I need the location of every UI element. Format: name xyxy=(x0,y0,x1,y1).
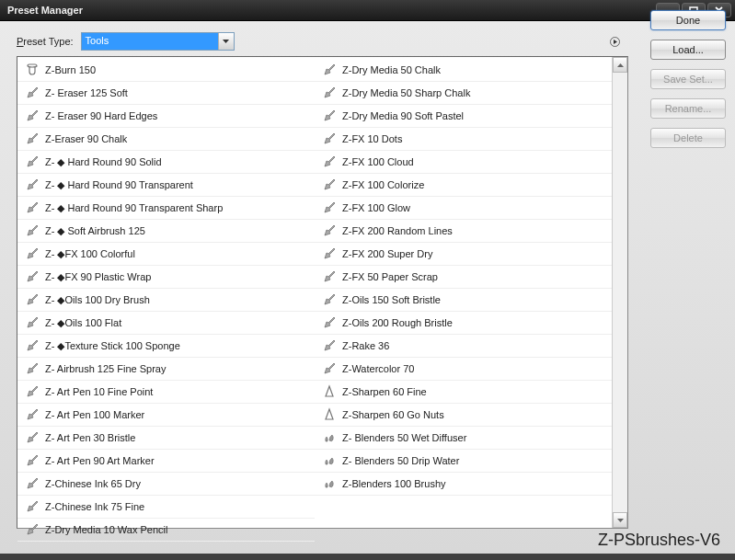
scroll-up-button[interactable] xyxy=(613,57,627,73)
preset-item[interactable]: Z-Sharpen 60 Go Nuts xyxy=(315,404,612,427)
preset-item[interactable]: Z- Art Pen 90 Art Marker xyxy=(17,450,315,473)
preset-item[interactable]: Z-Eraser 90 Chalk xyxy=(17,128,315,151)
preset-item-label: Z- Art Pen 90 Art Marker xyxy=(45,455,155,466)
brush-icon xyxy=(322,154,337,169)
preset-item[interactable]: Z- ◆ Hard Round 90 Transparent Sharp xyxy=(17,197,315,220)
flyout-menu-icon[interactable] xyxy=(608,35,621,48)
preset-item-label: Z-Sharpen 60 Go Nuts xyxy=(342,409,444,420)
scroll-down-button[interactable] xyxy=(613,512,627,528)
preset-item[interactable]: Z- ◆Oils 100 Dry Brush xyxy=(17,289,315,312)
chevron-down-icon[interactable] xyxy=(218,33,234,50)
brush-icon xyxy=(25,453,40,468)
brush-icon xyxy=(25,522,40,537)
rename-button[interactable]: Rename... xyxy=(650,98,726,119)
preset-item[interactable]: Z-FX 50 Paper Scrap xyxy=(315,266,612,289)
preset-item-label: Z- Blenders 50 Drip Water xyxy=(342,455,459,466)
dialog-body: Preset Type: Tools Z-Burn 150Z- Eraser 1… xyxy=(0,21,735,554)
preset-item[interactable]: Z-Oils 150 Soft Bristle xyxy=(315,289,612,312)
preset-item[interactable]: Z- Art Pen 10 Fine Point xyxy=(17,381,315,404)
preset-item-label: Z-FX 200 Super Dry xyxy=(342,248,432,259)
svg-marker-7 xyxy=(326,386,333,396)
preset-item[interactable]: Z-Watercolor 70 xyxy=(315,358,612,381)
done-button[interactable]: Done xyxy=(650,10,726,30)
brush-icon xyxy=(322,338,337,353)
preset-item[interactable]: Z-Dry Media 90 Soft Pastel xyxy=(315,105,612,128)
brush-icon xyxy=(25,499,40,514)
preset-item-label: Z-Dry Media 90 Soft Pastel xyxy=(342,110,464,121)
sharpen-icon xyxy=(322,407,337,422)
preset-item-label: Z-Dry Media 50 Sharp Chalk xyxy=(342,87,470,98)
brush-icon xyxy=(322,223,337,238)
preset-item[interactable]: Z- Airbrush 125 Fine Spray xyxy=(17,358,315,381)
preset-item[interactable]: Z- Blenders 50 Wet Diffuser xyxy=(315,427,612,450)
preset-item[interactable]: Z-FX 200 Super Dry xyxy=(315,243,612,266)
preset-item[interactable]: Z-Dry Media 50 Chalk xyxy=(315,59,612,82)
brush-icon xyxy=(322,177,337,192)
preset-item[interactable]: Z- ◆Oils 100 Flat xyxy=(17,312,315,335)
preset-item[interactable]: Z- ◆ Hard Round 90 Transparent xyxy=(17,174,315,197)
preset-item[interactable]: Z- Eraser 125 Soft xyxy=(17,82,315,105)
preset-item[interactable]: Z-Rake 36 xyxy=(315,335,612,358)
preset-item-label: Z-Watercolor 70 xyxy=(342,363,414,374)
preset-item-label: Z-Sharpen 60 Fine xyxy=(342,386,427,397)
preset-item-label: Z- Blenders 50 Wet Diffuser xyxy=(342,432,466,443)
smudge-icon xyxy=(322,453,337,468)
brush-icon xyxy=(322,63,337,77)
window-title: Preset Manager xyxy=(4,5,656,16)
preset-item[interactable]: Z- Eraser 90 Hard Edges xyxy=(17,105,315,128)
preset-type-combo[interactable]: Tools xyxy=(81,32,235,51)
preset-item[interactable]: Z-FX 10 Dots xyxy=(315,128,612,151)
preset-item[interactable]: Z-FX 100 Colorize xyxy=(315,174,612,197)
preset-item-label: Z- Art Pen 100 Marker xyxy=(45,409,144,420)
preset-item-label: Z- Airbrush 125 Fine Spray xyxy=(45,363,166,374)
preset-item[interactable]: Z- Art Pen 100 Marker xyxy=(17,404,315,427)
preset-item[interactable]: Z-Sharpen 60 Fine xyxy=(315,381,612,404)
brush-icon xyxy=(25,292,40,307)
preset-item[interactable]: Z-FX 100 Cloud xyxy=(315,151,612,174)
preset-list-column: Z-Burn 150Z- Eraser 125 SoftZ- Eraser 90… xyxy=(17,57,315,528)
preset-item-label: Z-Chinese Ink 65 Dry xyxy=(45,478,141,489)
preset-item[interactable]: Z- ◆Texture Stick 100 Sponge xyxy=(17,335,315,358)
svg-marker-4 xyxy=(223,40,229,43)
preset-item[interactable]: Z- ◆FX 90 Plastic Wrap xyxy=(17,266,315,289)
preset-item[interactable]: Z- ◆ Hard Round 90 Solid xyxy=(17,151,315,174)
preset-item-label: Z- ◆Texture Stick 100 Sponge xyxy=(45,340,180,352)
top-row: Preset Type: Tools xyxy=(17,32,634,51)
brush-icon xyxy=(25,338,40,353)
preset-list-column: Z-Dry Media 50 ChalkZ-Dry Media 50 Sharp… xyxy=(315,57,612,528)
brush-icon xyxy=(322,361,337,376)
preset-item[interactable]: Z-Chinese Ink 75 Fine xyxy=(17,496,315,519)
preset-item-label: Z- ◆FX 90 Plastic Wrap xyxy=(45,271,151,283)
preset-item[interactable]: Z-FX 200 Random Lines xyxy=(315,220,612,243)
svg-marker-8 xyxy=(326,409,333,419)
side-buttons: Done Load... Save Set... Rename... Delet… xyxy=(650,10,726,529)
scrollbar[interactable] xyxy=(612,57,627,528)
preset-item-label: Z-Dry Media 50 Chalk xyxy=(342,64,441,75)
preset-item-label: Z-Chinese Ink 75 Fine xyxy=(45,501,144,512)
preset-item[interactable]: Z- Art Pen 30 Bristle xyxy=(17,427,315,450)
sharpen-icon xyxy=(322,384,337,399)
preset-item[interactable]: Z- ◆ Soft Airbrush 125 xyxy=(17,220,315,243)
preset-item[interactable]: Z- Blenders 50 Drip Water xyxy=(315,450,612,473)
preset-type-value: Tools xyxy=(82,33,218,50)
brush-icon xyxy=(322,86,337,100)
delete-button[interactable]: Delete xyxy=(650,128,726,148)
preset-item-label: Z- ◆ Hard Round 90 Transparent Sharp xyxy=(45,202,223,214)
preset-item-label: Z- ◆ Hard Round 90 Transparent xyxy=(45,179,193,191)
preset-item[interactable]: Z-Dry Media 50 Sharp Chalk xyxy=(315,82,612,105)
preset-item[interactable]: Z-Oils 200 Rough Bristle xyxy=(315,312,612,335)
preset-type-label: Preset Type: xyxy=(17,36,74,47)
preset-item-label: Z-Blenders 100 Brushy xyxy=(342,478,446,489)
preset-item[interactable]: Z-Blenders 100 Brushy xyxy=(315,473,612,496)
brush-icon xyxy=(25,430,40,445)
preset-item[interactable]: Z-Burn 150 xyxy=(17,59,315,82)
preset-item[interactable]: Z-Dry Media 10 Wax Pencil xyxy=(17,519,315,542)
preset-item[interactable]: Z- ◆FX 100 Colorful xyxy=(17,243,315,266)
brush-icon xyxy=(25,315,40,330)
load-button[interactable]: Load... xyxy=(650,40,726,60)
preset-item-label: Z-Burn 150 xyxy=(45,64,96,75)
preset-item[interactable]: Z-FX 100 Glow xyxy=(315,197,612,220)
save-set-button[interactable]: Save Set... xyxy=(650,69,726,89)
brush-icon xyxy=(25,154,40,169)
preset-item[interactable]: Z-Chinese Ink 65 Dry xyxy=(17,473,315,496)
